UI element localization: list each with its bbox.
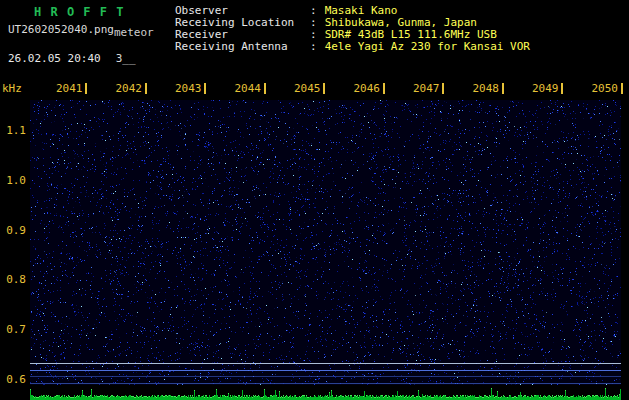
echo-counter: 3__	[116, 52, 136, 65]
time-tick-mark	[145, 83, 147, 94]
observation-datetime-row: 26.02.05 20:403__	[8, 52, 136, 65]
time-tick-mark	[204, 83, 206, 94]
time-tick-mark	[383, 83, 385, 94]
time-tick-label: 2043	[175, 82, 202, 95]
info-value: 4ele Yagi Az 230 for Kansai VOR	[325, 41, 530, 53]
time-tick-mark	[442, 83, 444, 94]
time-tick-label: 2042	[116, 82, 143, 95]
info-colon: :	[310, 41, 317, 53]
observation-mode-label: meteor	[114, 26, 154, 39]
hrofft-output-window: H R O F F T UT2602052040.pngmeteor 26.02…	[0, 0, 629, 400]
station-info-row: Receiving Antenna:4ele Yagi Az 230 for K…	[175, 41, 530, 53]
station-info-block: Observer:Masaki KanoReceiving Location:S…	[175, 5, 530, 53]
time-tick-label: 2045	[294, 82, 321, 95]
freq-tick-label: 1.1	[0, 124, 26, 137]
freq-tick-label: 0.6	[0, 373, 26, 386]
time-tick-label: 2044	[235, 82, 262, 95]
time-tick-mark	[502, 83, 504, 94]
time-tick-mark	[561, 83, 563, 94]
freq-tick-label: 0.9	[0, 224, 26, 237]
signal-level-meter-canvas	[30, 385, 621, 400]
time-tick-mark	[621, 83, 623, 94]
freq-tick-label: 1.0	[0, 174, 26, 187]
time-tick-label: 2049	[532, 82, 559, 95]
time-tick-label: 2048	[473, 82, 500, 95]
app-title: H R O F F T	[34, 5, 124, 19]
time-tick-mark	[264, 83, 266, 94]
time-tick-mark	[85, 83, 87, 94]
freq-tick-label: 0.8	[0, 273, 26, 286]
output-filename-row: UT2602052040.pngmeteor	[8, 23, 154, 36]
time-tick-label: 2041	[56, 82, 83, 95]
time-axis: 2041204220432044204520462047204820492050	[0, 82, 629, 96]
freq-tick-label: 0.7	[0, 323, 26, 336]
observation-datetime: 26.02.05 20:40	[8, 52, 101, 65]
spectrogram-canvas	[30, 100, 621, 385]
time-tick-label: 2050	[592, 82, 619, 95]
time-tick-label: 2047	[413, 82, 440, 95]
time-tick-label: 2046	[354, 82, 381, 95]
info-label: Receiving Antenna	[175, 41, 310, 53]
output-filename: UT2602052040.png	[8, 23, 114, 36]
time-tick-mark	[323, 83, 325, 94]
